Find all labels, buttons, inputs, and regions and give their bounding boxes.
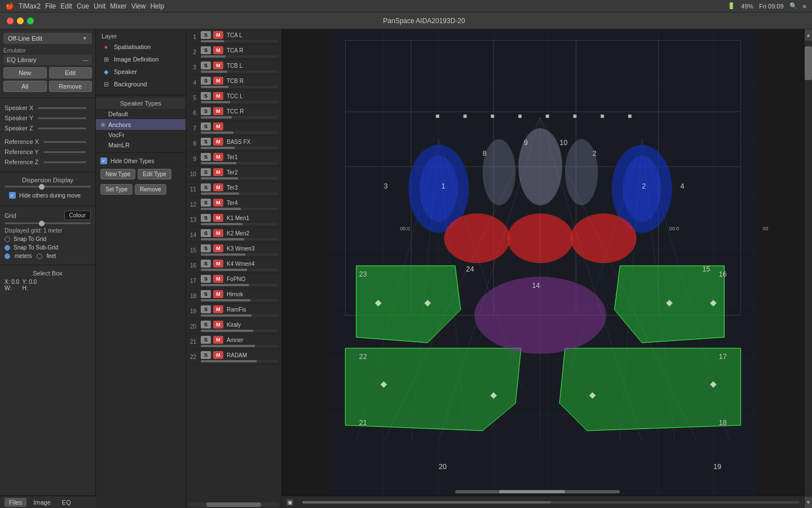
reference-x-slider[interactable] (43, 141, 86, 143)
list-item[interactable]: 22 S M RADAM (186, 349, 281, 365)
list-item[interactable]: 15 S M K3 Wmen3 (186, 243, 281, 258)
list-item[interactable]: 18 S M Hirnok (186, 288, 281, 304)
scroll-up-button[interactable]: ▲ (805, 29, 812, 41)
mute-button[interactable]: M (213, 336, 223, 344)
all-button[interactable]: All (3, 81, 47, 92)
list-item[interactable]: 8 S M BASS FX (186, 136, 281, 151)
solo-button[interactable]: S (201, 214, 211, 222)
eq-close-icon[interactable]: — (83, 57, 89, 63)
mute-button[interactable]: M (213, 168, 223, 176)
mute-button[interactable]: M (213, 46, 223, 54)
mute-button[interactable]: M (213, 290, 223, 298)
speaker-y-slider[interactable] (38, 117, 86, 119)
type-anchors[interactable]: ◉ Anchors (96, 119, 186, 130)
menu-unit[interactable]: Unit (94, 2, 105, 10)
mute-button[interactable]: M (213, 321, 223, 329)
mute-button[interactable]: M (213, 229, 223, 237)
list-item[interactable]: 1 S M TCA L (186, 29, 281, 45)
dispersion-slider-track[interactable] (5, 186, 91, 187)
hide-during-move-checkbox[interactable]: ✓ (9, 192, 16, 199)
list-item[interactable]: 3 S M TCB L (186, 60, 281, 75)
remove-button[interactable]: Remove (49, 81, 92, 92)
solo-button[interactable]: S (201, 92, 211, 100)
list-item[interactable]: 7 S M (186, 121, 281, 136)
feet-radio[interactable] (37, 253, 42, 259)
solo-button[interactable]: S (201, 229, 211, 237)
mute-button[interactable]: M (213, 62, 223, 69)
close-button[interactable] (7, 17, 14, 24)
list-item[interactable]: 10 S M Ter2 (186, 167, 281, 182)
transport-bar[interactable] (302, 501, 800, 503)
reference-z-slider[interactable] (43, 161, 86, 163)
list-item[interactable]: 17 S M FoPNO (186, 273, 281, 288)
hide-other-types-checkbox[interactable]: ✓ (100, 157, 107, 164)
mute-button[interactable]: M (213, 214, 223, 222)
list-item[interactable]: 2 S M TCA R (186, 45, 281, 60)
snap-to-subgrid-radio[interactable] (5, 245, 10, 251)
menu-view[interactable]: View (131, 2, 146, 10)
layer-image-definition[interactable]: ⊞ Image Definition (99, 53, 182, 65)
menu-icon[interactable]: ≡ (803, 3, 806, 10)
solo-button[interactable]: S (201, 305, 211, 313)
solo-button[interactable]: S (201, 107, 211, 115)
menu-cue[interactable]: Cue (77, 2, 89, 10)
type-default[interactable]: Default (96, 109, 186, 119)
type-vocfr[interactable]: VocFr (96, 130, 186, 140)
tab-files[interactable]: Files (5, 498, 27, 507)
solo-button[interactable]: S (201, 122, 211, 130)
mute-button[interactable]: M (213, 244, 223, 252)
type-mainlr[interactable]: MainLR (96, 140, 186, 150)
scroll-track[interactable] (805, 41, 812, 497)
meters-radio[interactable] (5, 253, 10, 259)
speaker-x-slider[interactable] (38, 107, 86, 109)
mute-button[interactable]: M (213, 153, 223, 161)
mute-button[interactable]: M (213, 305, 223, 313)
search-icon[interactable]: 🔍 (789, 2, 797, 10)
solo-button[interactable]: S (201, 275, 211, 283)
transport-icon[interactable]: ▣ (286, 499, 293, 506)
remove-type-button[interactable]: Remove (135, 184, 166, 195)
solo-button[interactable]: S (201, 77, 211, 85)
solo-button[interactable]: S (201, 46, 211, 54)
list-item[interactable]: 16 S M K4 Wmen4 (186, 258, 281, 273)
solo-button[interactable]: S (201, 138, 211, 146)
grid-slider-thumb[interactable] (39, 221, 45, 226)
grid-slider-track[interactable] (5, 222, 91, 224)
speaker-rows-container[interactable]: 1 S M TCA L 2 S M TCA R (186, 29, 281, 501)
list-item[interactable]: 6 S M TCC R (186, 106, 281, 121)
new-type-button[interactable]: New Type (100, 169, 135, 179)
list-item[interactable]: 14 S M K2 Men2 (186, 227, 281, 243)
layer-background[interactable]: ⊟ Background (99, 78, 182, 90)
colour-button[interactable]: Colour (64, 211, 91, 220)
list-item[interactable]: 19 S M RamFis (186, 304, 281, 319)
tab-image[interactable]: Image (29, 498, 55, 507)
solo-button[interactable]: S (201, 321, 211, 329)
list-item[interactable]: 11 S M Ter3 (186, 182, 281, 197)
solo-button[interactable]: S (201, 336, 211, 344)
list-item[interactable]: 9 S M Ter1 (186, 151, 281, 167)
solo-button[interactable]: S (201, 260, 211, 268)
solo-button[interactable]: S (201, 183, 211, 191)
menu-mixer[interactable]: Mixer (110, 2, 126, 10)
snap-to-grid-radio[interactable] (5, 237, 10, 242)
edit-button[interactable]: Edit (49, 67, 92, 78)
menu-help[interactable]: Help (150, 2, 164, 10)
right-scrollbar[interactable]: ▲ ▼ (804, 29, 812, 508)
dispersion-slider-thumb[interactable] (39, 184, 45, 190)
solo-button[interactable]: S (201, 168, 211, 176)
mute-button[interactable]: M (213, 351, 223, 359)
layer-spatialisation[interactable]: ● Spatialisation (99, 41, 182, 53)
list-item[interactable]: 5 S M TCC L (186, 90, 281, 106)
speaker-list-hscroll[interactable] (188, 502, 279, 507)
mute-button[interactable]: M (213, 31, 223, 39)
set-type-button[interactable]: Set Type (100, 184, 133, 195)
solo-button[interactable]: S (201, 153, 211, 161)
mute-button[interactable]: M (213, 275, 223, 283)
list-item[interactable]: 21 S M Amner (186, 334, 281, 349)
new-button[interactable]: New (3, 67, 47, 78)
scroll-thumb[interactable] (805, 46, 812, 80)
layer-speaker[interactable]: ◆ Speaker (99, 65, 182, 78)
solo-button[interactable]: S (201, 351, 211, 359)
maximize-button[interactable] (27, 17, 34, 24)
tab-eq[interactable]: EQ (58, 498, 76, 507)
